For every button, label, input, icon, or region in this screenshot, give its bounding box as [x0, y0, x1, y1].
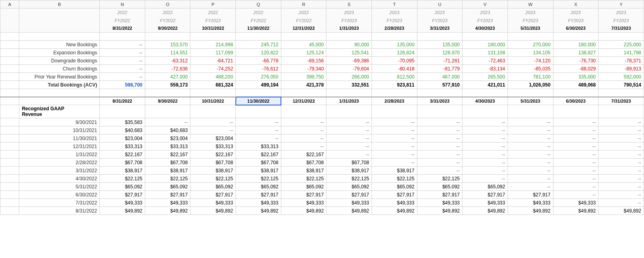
- fy-u: FY2023: [417, 17, 462, 25]
- gaap12-r: $49,892: [281, 207, 326, 215]
- gaap11-p: $49,333: [190, 199, 236, 207]
- new-bookings-v: 180,000: [462, 41, 508, 49]
- gaap7-y: --: [599, 167, 644, 175]
- pyr-label: Prior Year Renewal Bookings: [19, 73, 100, 81]
- total-x: 489,068: [553, 81, 599, 89]
- gaap8-t: $22,125: [372, 175, 417, 183]
- gaap2-col-a: [0, 126, 19, 134]
- gaap9-r: $65,092: [281, 183, 326, 191]
- gaap1-q: --: [236, 118, 281, 126]
- gaap1-r: --: [281, 118, 326, 126]
- gaap7-q: $38,917: [236, 167, 281, 175]
- downgrade-n: --: [100, 57, 145, 65]
- col-x-header: X: [553, 0, 599, 8]
- churn-v: -83,134: [462, 65, 508, 73]
- s2-date-t: 2/28/2023: [372, 97, 417, 105]
- gaap11-o: $49,333: [145, 199, 190, 207]
- total-u: 577,910: [417, 81, 462, 89]
- downgrade-q: -66,778: [236, 57, 281, 65]
- churn-s: -79,604: [326, 65, 372, 73]
- spreadsheet: A B N O P Q R S T U V W X Y 2022 2022 20…: [0, 0, 644, 215]
- total-y: 790,514: [599, 81, 644, 89]
- gaap7-v: --: [462, 167, 508, 175]
- gaap9-u: $65,092: [417, 183, 462, 191]
- gaap-row-1: 9/30/2021 $35,583 -- -- -- -- -- -- -- -…: [0, 118, 644, 126]
- pyr-o: 427,000: [145, 73, 190, 81]
- gaap5-u: --: [417, 151, 462, 159]
- gaap7-o: $38,917: [145, 167, 190, 175]
- gaap5-label: 1/31/2022: [19, 151, 100, 159]
- expansion-s: 125,541: [326, 49, 372, 57]
- gaap-row-11: 7/31/2022 $49,333 $49,333 $49,333 $49,33…: [0, 199, 644, 207]
- gaap4-label: 12/31/2021: [19, 142, 100, 151]
- year-y: 2023: [599, 8, 644, 17]
- gaap1-o: --: [145, 118, 190, 126]
- gaap6-label: 2/28/2022: [19, 159, 100, 167]
- gaap8-p: $22,125: [190, 175, 236, 183]
- fy-o: FY2022: [145, 17, 190, 25]
- year-n: 2022: [100, 8, 145, 17]
- col-a-header: A: [0, 0, 19, 8]
- s2-col-b: [19, 97, 100, 105]
- gaap4-n: $33,313: [100, 142, 145, 151]
- new-bookings-u: 135,000: [417, 41, 462, 49]
- gaap5-y: --: [599, 151, 644, 159]
- gaap2-x: --: [553, 126, 599, 134]
- gaap9-col-a: [0, 183, 19, 191]
- pyr-x: 335,000: [553, 73, 599, 81]
- pyr-u: 467,000: [417, 73, 462, 81]
- gaap8-v: --: [462, 175, 508, 183]
- gaap12-n: $49,892: [100, 207, 145, 215]
- gaap6-u: --: [417, 159, 462, 167]
- gaap6-y: --: [599, 159, 644, 167]
- col-u-header: U: [417, 0, 462, 8]
- second-date-header-row: 8/31/2022 9/30/2022 10/31/2022 11/30/202…: [0, 97, 644, 105]
- gaap9-w: --: [508, 183, 553, 191]
- expansion-col-a: [0, 49, 19, 57]
- gaap2-q: --: [236, 126, 281, 134]
- churn-label: Churn Bookings: [19, 65, 100, 73]
- year-w: 2023: [508, 8, 553, 17]
- gaap-row-4: 12/31/2021 $33,313 $33,313 $33,313 $33,3…: [0, 142, 644, 151]
- fy-n: FY2022: [100, 17, 145, 25]
- gaap7-n: $38,917: [100, 167, 145, 175]
- s2-date-p: 10/31/2022: [190, 97, 236, 105]
- year-q: 2022: [236, 8, 281, 17]
- s2-date-r: 12/31/2022: [281, 97, 326, 105]
- gaap3-t: --: [372, 134, 417, 142]
- downgrade-label: Downgrade Bookings: [19, 57, 100, 65]
- gaap10-t: $27,917: [372, 191, 417, 199]
- gaap-col-a: [0, 105, 19, 118]
- gaap11-col-a: [0, 199, 19, 207]
- year-o: 2022: [145, 8, 190, 17]
- fy-s: FY2023: [326, 17, 372, 25]
- downgrade-r: -69,156: [281, 57, 326, 65]
- gaap5-n: $22,167: [100, 151, 145, 159]
- col-b-header: B: [19, 0, 100, 8]
- s2-date-n: 8/31/2022: [100, 97, 145, 105]
- churn-w: -85,035: [508, 65, 553, 73]
- gaap8-y: --: [599, 175, 644, 183]
- churn-t: -80,418: [372, 65, 417, 73]
- s2-col-a: [0, 97, 19, 105]
- fy-q: FY2022: [236, 17, 281, 25]
- date-y: 7/31/2023: [599, 25, 644, 33]
- gaap2-u: --: [417, 126, 462, 134]
- downgrade-o: -63,312: [145, 57, 190, 65]
- gaap7-x: --: [553, 167, 599, 175]
- gaap8-q: $22,125: [236, 175, 281, 183]
- date-n: 8/31/2022: [100, 25, 145, 33]
- gaap3-p: $23,004: [190, 134, 236, 142]
- year-v: 2023: [462, 8, 508, 17]
- s2-date-q[interactable]: 11/30/2022: [236, 97, 281, 105]
- date-w: 5/31/2023: [508, 25, 553, 33]
- total-q: 499,194: [236, 81, 281, 89]
- gaap1-label: 9/30/2021: [19, 118, 100, 126]
- col-v-header: V: [462, 0, 508, 8]
- gaap11-w: $49,333: [508, 199, 553, 207]
- gaap-label-row: Recognized GAAPRevenue: [0, 105, 644, 118]
- gaap4-p: $33,313: [190, 142, 236, 151]
- gaap-row-7: 3/31/2022 $38,917 $38,917 $38,917 $38,91…: [0, 167, 644, 175]
- gaap11-r: $49,333: [281, 199, 326, 207]
- gaap-row-5: 1/31/2022 $22,167 $22,167 $22,167 $22,16…: [0, 151, 644, 159]
